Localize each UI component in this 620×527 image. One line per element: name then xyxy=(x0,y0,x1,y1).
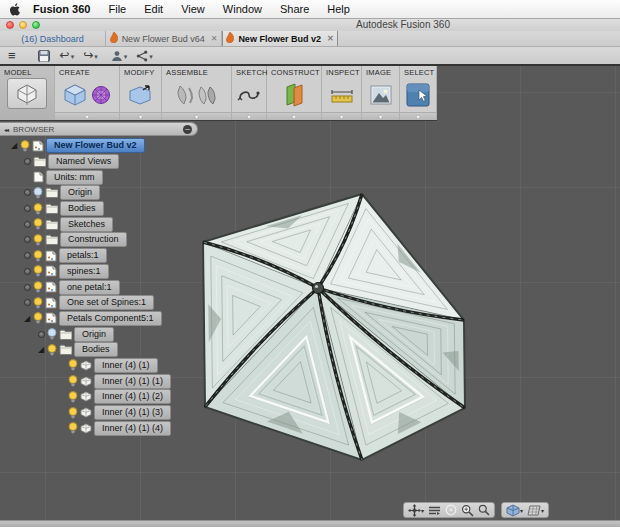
tab-document-0[interactable]: New Flower Bud v64✕ xyxy=(106,31,222,46)
tree-item-label[interactable]: One set of Spines:1 xyxy=(59,295,154,310)
tree-item-label[interactable]: Origin xyxy=(74,327,114,342)
visibility-bulb-icon[interactable] xyxy=(33,281,43,293)
visibility-bulb-icon[interactable] xyxy=(68,359,78,371)
collapsed-arrow-icon[interactable] xyxy=(24,268,31,275)
tree-item-label[interactable]: Inner (4) (1) xyxy=(94,358,158,373)
collapsed-arrow-icon[interactable] xyxy=(38,331,45,338)
visibility-bulb-icon[interactable] xyxy=(33,312,43,324)
visibility-bulb-icon[interactable] xyxy=(33,250,43,262)
tree-item-label[interactable]: Petals Component5:1 xyxy=(59,311,162,326)
tree-row[interactable]: one petal:1 xyxy=(0,279,230,295)
tree-row[interactable]: ◢Petals Component5:1 xyxy=(0,311,230,327)
tree-row[interactable]: Origin xyxy=(0,185,230,201)
visibility-bulb-icon[interactable] xyxy=(47,328,57,340)
viewport-3d[interactable]: MODELCREATE▾MODIFY▾ASSEMBLE▾SKETCH▾CONST… xyxy=(0,66,620,527)
assemble-joint-icon[interactable] xyxy=(176,84,194,106)
inspect-measure-icon[interactable] xyxy=(330,86,354,104)
visibility-bulb-icon[interactable] xyxy=(33,218,43,230)
tree-row[interactable]: Bodies xyxy=(0,201,230,217)
visibility-bulb-icon[interactable] xyxy=(47,344,57,356)
expand-arrow-icon[interactable]: ◢ xyxy=(24,314,30,323)
ribbon-dropdown-strip[interactable]: ▾ xyxy=(55,112,119,120)
chevron-down-icon[interactable]: ▾ xyxy=(94,49,98,64)
collapsed-arrow-icon[interactable] xyxy=(24,299,31,306)
tree-row[interactable]: Inner (4) (1) (4) xyxy=(0,420,230,436)
ribbon-dropdown-strip[interactable]: ▾ xyxy=(400,112,436,120)
tree-row[interactable]: Units: mm xyxy=(0,169,230,185)
browser-collapse-icon[interactable]: ◂◂ xyxy=(4,126,8,133)
orbit-button[interactable] xyxy=(445,504,457,516)
select-icon[interactable] xyxy=(406,83,430,107)
tree-item-label[interactable]: Bodies xyxy=(74,342,118,357)
ribbon-dropdown-strip[interactable]: ▾ xyxy=(322,112,361,120)
tree-item-label[interactable]: Bodies xyxy=(60,201,104,216)
attach-canvas-icon[interactable] xyxy=(370,85,392,105)
tree-item-label[interactable]: petals:1 xyxy=(59,248,107,263)
look-at-button[interactable] xyxy=(428,505,441,516)
close-window-button[interactable] xyxy=(6,21,14,29)
grid-settings-button[interactable]: ▾ xyxy=(527,505,544,516)
menu-item-file[interactable]: File xyxy=(99,0,135,18)
sketch-spline-icon[interactable] xyxy=(237,86,261,104)
zoom-window-button[interactable] xyxy=(32,21,40,29)
menu-app-name[interactable]: Fusion 360 xyxy=(33,0,99,18)
tree-item-label[interactable]: spines:1 xyxy=(59,264,109,279)
chevron-down-icon[interactable]: ▾ xyxy=(149,49,153,64)
collapsed-arrow-icon[interactable] xyxy=(24,189,31,196)
visibility-bulb-icon[interactable] xyxy=(68,375,78,387)
tree-row[interactable]: spines:1 xyxy=(0,264,230,280)
tree-item-label[interactable]: Inner (4) (1) (4) xyxy=(94,421,171,436)
browser-minimize-icon[interactable]: – xyxy=(183,125,192,134)
zoom-button[interactable] xyxy=(478,504,490,516)
tree-item-label[interactable]: Inner (4) (1) (1) xyxy=(94,374,171,389)
menu-item-edit[interactable]: Edit xyxy=(135,0,172,18)
redo-button[interactable]: ↪▾ xyxy=(83,47,99,64)
menu-item-window[interactable]: Window xyxy=(214,0,271,18)
tree-item-label[interactable]: Named Views xyxy=(48,154,119,169)
visibility-bulb-icon[interactable] xyxy=(20,140,30,152)
tree-row[interactable]: ◢Bodies xyxy=(0,342,230,358)
create-form-icon[interactable] xyxy=(91,85,111,105)
visibility-bulb-icon[interactable] xyxy=(68,391,78,403)
minimize-window-button[interactable] xyxy=(19,21,27,29)
save-button[interactable] xyxy=(38,50,50,62)
tree-row[interactable]: Origin xyxy=(0,326,230,342)
titlebar[interactable]: Autodesk Fusion 360 xyxy=(0,19,620,31)
menu-item-share[interactable]: Share xyxy=(271,0,318,18)
tree-item-label[interactable]: New Flower Bud v2 xyxy=(46,138,145,153)
visibility-bulb-icon[interactable] xyxy=(33,297,43,309)
tree-row[interactable]: Sketches xyxy=(0,216,230,232)
ribbon-dropdown-strip[interactable]: ▾ xyxy=(232,112,266,120)
tree-item-label[interactable]: Inner (4) (1) (2) xyxy=(94,389,171,404)
display-settings-button[interactable]: ▾ xyxy=(506,504,523,517)
create-box-icon[interactable] xyxy=(63,83,87,107)
chevron-down-icon[interactable]: ▾ xyxy=(71,49,75,64)
modify-press-pull-icon[interactable] xyxy=(129,84,153,106)
ribbon-dropdown-strip[interactable]: ▾ xyxy=(120,112,161,120)
tree-row[interactable]: Inner (4) (1) (1) xyxy=(0,373,230,389)
visibility-bulb-icon[interactable] xyxy=(68,422,78,434)
tree-row[interactable]: Inner (4) (1) (2) xyxy=(0,389,230,405)
tree-row[interactable]: Construction xyxy=(0,232,230,248)
collapsed-arrow-icon[interactable] xyxy=(24,236,31,243)
tree-item-label[interactable]: one petal:1 xyxy=(59,280,120,295)
pan-button[interactable]: ▾ xyxy=(408,504,424,517)
collapsed-arrow-icon[interactable] xyxy=(24,158,31,165)
chevron-down-icon[interactable]: ▾ xyxy=(520,507,523,514)
apple-menu-icon[interactable] xyxy=(10,3,21,16)
visibility-bulb-icon[interactable] xyxy=(33,203,43,215)
ribbon-dropdown-strip[interactable]: ▾ xyxy=(362,112,399,120)
tab-close-icon[interactable]: ✕ xyxy=(211,34,218,43)
tree-item-label[interactable]: Units: mm xyxy=(46,170,103,185)
menu-item-view[interactable]: View xyxy=(172,0,214,18)
visibility-bulb-icon[interactable] xyxy=(33,234,43,246)
chevron-down-icon[interactable]: ▾ xyxy=(541,507,544,514)
tree-item-label[interactable]: Inner (4) (1) (3) xyxy=(94,405,171,420)
browser-header[interactable]: ◂◂ BROWSER – xyxy=(0,122,198,136)
assemble-asbuilt-joint-icon[interactable] xyxy=(198,84,218,106)
tab-close-icon[interactable]: ✕ xyxy=(327,34,334,43)
tree-row[interactable]: One set of Spines:1 xyxy=(0,295,230,311)
tree-item-label[interactable]: Construction xyxy=(60,232,127,247)
collapsed-arrow-icon[interactable] xyxy=(24,221,31,228)
chevron-down-icon[interactable]: ▾ xyxy=(421,507,424,514)
